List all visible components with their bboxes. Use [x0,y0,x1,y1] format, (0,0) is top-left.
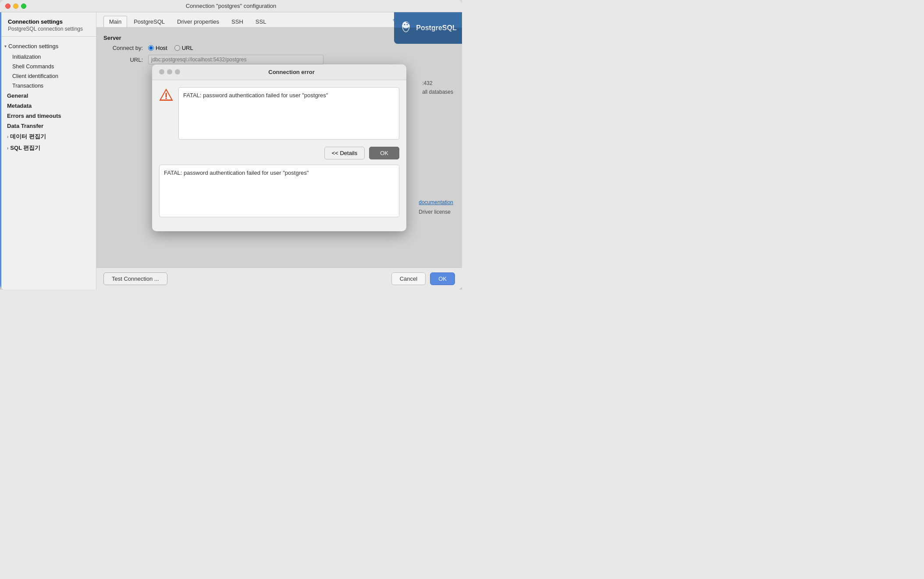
sidebar-item-initialization-label: Initialization [12,54,41,60]
connection-error-modal: Connection error [152,64,406,231]
sidebar-item-data-editor[interactable]: › 데이터 편집기 [0,131,96,142]
sidebar-item-client-identification[interactable]: Client identification [0,71,96,81]
sidebar-item-errors-timeouts-label: Errors and timeouts [7,113,61,119]
sidebar-item-data-transfer[interactable]: Data Transfer [0,121,96,131]
sidebar-item-data-editor-label: 데이터 편집기 [10,133,46,141]
modal-body: FATAL: password authentication failed fo… [152,80,406,231]
sidebar-item-sql-editor-label: SQL 편집기 [10,144,40,152]
cancel-button[interactable]: Cancel [391,272,426,285]
tab-postgresql[interactable]: PostgreSQL [128,16,171,27]
svg-point-6 [166,98,167,99]
chevron-right-icon-2: › [7,146,8,151]
sidebar-item-metadata[interactable]: Metadata [0,101,96,111]
modal-error-message: FATAL: password authentication failed fo… [183,92,328,99]
sidebar-item-general[interactable]: General [0,91,96,101]
tabs-container: Main PostgreSQL Driver properties SSH SS… [103,16,272,27]
sidebar-item-transactions-label: Transactions [12,83,43,89]
modal-ok-button[interactable]: OK [369,147,399,159]
sidebar-item-transactions[interactable]: Transactions [0,81,96,91]
sidebar: Connection settings PostgreSQL connectio… [0,12,96,290]
titlebar: Connection "postgres" configuration [0,0,462,12]
main-window: Connection "postgres" configuration Conn… [0,0,462,290]
main-content: Connection settings PostgreSQL connectio… [0,12,462,290]
sidebar-accent-bar [0,12,1,290]
sidebar-item-general-label: General [7,92,28,99]
chevron-right-icon: › [7,134,8,139]
details-button[interactable]: << Details [324,147,365,159]
tab-main[interactable]: Main [103,16,127,27]
modal-overlay: Connection error [96,28,462,268]
sidebar-nav: ▾ Connection settings Initialization She… [0,37,96,290]
test-connection-button[interactable]: Test Connection ... [103,272,167,285]
modal-tl-3[interactable] [175,69,180,74]
sidebar-item-data-transfer-label: Data Transfer [7,123,43,129]
sidebar-header: Connection settings PostgreSQL connectio… [0,12,96,37]
modal-error-area: FATAL: password authentication failed fo… [159,87,399,140]
sidebar-item-sql-editor[interactable]: › SQL 편집기 [0,142,96,154]
sidebar-item-client-id-label: Client identification [12,73,58,79]
modal-details-message: FATAL: password authentication failed fo… [164,169,309,176]
sidebar-item-shell-commands-label: Shell Commands [12,64,54,70]
window-title: Connection "postgres" configuration [186,3,277,9]
modal-traffic-lights [159,69,180,74]
bottom-right-buttons: Cancel OK [391,272,455,285]
sidebar-connection-settings-title: Connection settings [8,18,90,25]
modal-tl-2[interactable] [167,69,172,74]
tab-content-main: Server Connect by: Host URL [96,28,462,268]
sidebar-item-connection-settings[interactable]: ▾ Connection settings [0,40,96,52]
minimize-button[interactable] [13,4,18,9]
warning-icon [159,88,173,102]
modal-titlebar: Connection error [152,64,406,80]
sidebar-item-shell-commands[interactable]: Shell Commands [0,62,96,71]
sidebar-item-connection-settings-label: Connection settings [8,43,58,49]
svg-point-2 [407,24,408,25]
sidebar-item-metadata-label: Metadata [7,102,32,109]
modal-error-text: FATAL: password authentication failed fo… [178,87,399,140]
svg-point-1 [404,24,405,25]
modal-title: Connection error [184,69,399,75]
tab-driver-properties[interactable]: Driver properties [171,16,225,27]
maximize-button[interactable] [21,4,26,9]
sidebar-item-initialization[interactable]: Initialization [0,52,96,62]
sidebar-connection-settings-sub: PostgreSQL connection settings [8,26,90,32]
ok-button[interactable]: OK [430,272,455,285]
tab-ssh[interactable]: SSH [226,16,249,27]
modal-buttons: << Details OK [159,147,399,159]
traffic-lights [5,4,26,9]
sidebar-item-errors-timeouts[interactable]: Errors and timeouts [0,111,96,121]
chevron-down-icon: ▾ [4,44,7,49]
main-panel: PostgreSQL Main PostgreSQL Driver proper… [96,12,462,290]
modal-details-area: FATAL: password authentication failed fo… [159,165,399,217]
bottom-bar: Test Connection ... Cancel OK [96,268,462,290]
close-button[interactable] [5,4,11,9]
modal-tl-1[interactable] [159,69,164,74]
tab-ssl[interactable]: SSL [250,16,272,27]
